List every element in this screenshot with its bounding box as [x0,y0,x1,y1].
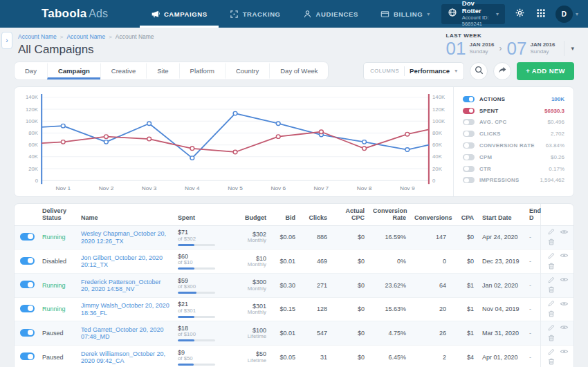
col-header-budget: Budget [230,204,270,225]
svg-text:Nov 7: Nov 7 [314,185,329,191]
settings-button[interactable] [513,6,526,21]
campaign-name-link[interactable]: Frederick Patterson_October 20, 2020 14:… [81,279,169,293]
campaign-name-link[interactable]: Derek Williamson_October 20, 2020 09:42_… [81,350,169,365]
add-new-button[interactable]: + ADD NEW [517,62,574,80]
delete-button[interactable] [547,310,555,319]
share-arrow-icon [498,66,507,77]
tab-day-of-week[interactable]: Day of Week [269,62,328,79]
campaign-name-link[interactable]: Wesley Chapman_October 20, 2020 12:26_TX [81,230,169,245]
spent-progress-fill [178,339,194,341]
legend-value: 63.84% [546,142,564,149]
edit-button[interactable] [547,276,555,285]
tab-day[interactable]: Day [15,62,47,79]
delivery-toggle[interactable] [20,281,35,288]
preview-button[interactable] [560,275,569,285]
share-button[interactable] [493,62,511,80]
tab-creative[interactable]: Creative [100,62,146,79]
legend-toggle-actions[interactable] [463,96,475,102]
date-range-picker[interactable]: LAST WEEK 01 JAN 2016 Sunday › 07 JAN 20… [446,32,574,57]
main-nav: CAMPAIGNSTRACKINGAUDIENCESBILLING▾ [140,0,441,28]
legend-toggle-avg-cpc[interactable] [463,119,475,125]
divider [404,66,405,76]
breadcrumb-item[interactable]: Account Name [66,33,105,40]
campaign-name-link[interactable]: Jon Gilbert_October 20, 2020 20:12_TX [81,254,169,269]
legend-toggle-cpm[interactable] [463,154,475,160]
svg-text:0: 0 [432,178,435,184]
page-title: All Campaigns [18,43,154,57]
clicks-cell: 886 [300,225,331,250]
legend-label: CPM [479,154,546,160]
edit-button[interactable] [547,299,555,309]
legend-toggle-conversion-rate[interactable] [463,142,475,149]
edit-button[interactable] [547,252,555,261]
table-body: RunningWesley Chapman_October 20, 2020 1… [15,225,574,367]
preview-button[interactable] [560,251,569,261]
spent-of-budget: of $50 [178,356,226,362]
breadcrumb-item[interactable]: Account Name [18,33,57,40]
preview-button[interactable] [560,227,569,238]
nav-item-campaigns[interactable]: CAMPAIGNS [140,0,219,28]
tab-campaign[interactable]: Campaign [47,62,100,79]
spent-cell: $21of $301 [174,297,230,321]
chevron-down-icon[interactable]: ▾ [571,45,574,52]
legend-value: 0.17% [549,166,564,172]
budget-cell: $301Monthly [230,297,270,321]
nav-item-audiences[interactable]: AUDIENCES [292,0,369,28]
delivery-toggle[interactable] [20,233,35,241]
chevron-down-icon: ▾ [496,11,499,17]
nav-item-tracking[interactable]: TRACKING [219,0,292,28]
preview-button[interactable] [560,299,569,310]
tab-country[interactable]: Country [225,62,269,79]
cpa-cell: $4 [450,346,478,367]
tab-platform[interactable]: Platform [179,62,225,79]
delivery-toggle[interactable] [20,305,35,312]
clicks-cell: 31 [300,346,331,367]
start-day: 01 [446,39,466,57]
edit-button[interactable] [547,227,555,237]
delete-button[interactable] [547,285,555,295]
chart-legend: ACTIONS100KSPENT$6930.3AVG. CPC$0.496CLI… [453,87,573,196]
apps-grid-button[interactable] [535,7,547,21]
tracking-icon [230,10,239,19]
legend-label: IMPRESSIONS [479,177,535,183]
table-header: Delivery StatusNameSpentBudgetBidClicksA… [15,204,574,225]
performance-chart: 0020K20K40K40K60K60K80K80K100K100K120K12… [15,87,453,196]
columns-select[interactable]: COLUMNS Performance ▾ [363,62,464,80]
preview-button[interactable] [560,347,569,357]
campaign-name-link[interactable]: Jimmy Walsh_October 20, 2020 18:36_FL [81,302,169,317]
legend-toggle-impressions[interactable] [463,177,475,183]
table-row: DisabledJon Gilbert_October 20, 2020 20:… [15,250,574,274]
legend-toggle-clicks[interactable] [463,131,475,137]
edit-button[interactable] [547,323,555,333]
delivery-toggle[interactable] [20,257,35,265]
apps-grid-icon [536,8,546,20]
delete-button[interactable] [547,238,555,247]
clicks-cell: 469 [300,250,331,274]
col-header-bid: Bid [270,204,300,225]
legend-toggle-spent[interactable] [463,108,475,114]
campaign-name-link[interactable]: Ted Garrett_October 20, 2020 07:48_MD [81,326,169,341]
delete-button[interactable] [547,262,555,272]
delivery-toggle[interactable] [20,352,35,360]
search-button[interactable] [470,62,488,80]
sidebar-expand-button[interactable]: › [1,32,12,49]
preview-button[interactable] [560,323,569,333]
conversion-rate-cell: 6.45% [369,346,410,367]
delete-button[interactable] [547,334,555,344]
delivery-toggle[interactable] [20,329,35,337]
account-switcher[interactable]: Dov Rotter Account ID: 5689241 ▾ [441,4,505,24]
user-menu[interactable]: D ▾ [555,6,578,23]
legend-toggle-ctr[interactable] [463,166,475,172]
spent-progress-bar [178,316,215,318]
brand-name: Taboola [42,7,86,21]
edit-button[interactable] [547,348,555,357]
tab-site[interactable]: Site [146,62,178,79]
conversions-cell: 20 [410,297,450,321]
taboola-logo[interactable]: Taboola Ads [42,7,108,21]
nav-item-billing[interactable]: BILLING▾ [369,0,441,28]
breadcrumb-separator: > [60,34,64,40]
name-cell: Frederick Patterson_October 20, 2020 14:… [77,274,174,298]
delete-button[interactable] [547,357,555,367]
col-header-start-date: Start Date [478,204,525,225]
eye-icon [560,275,569,285]
